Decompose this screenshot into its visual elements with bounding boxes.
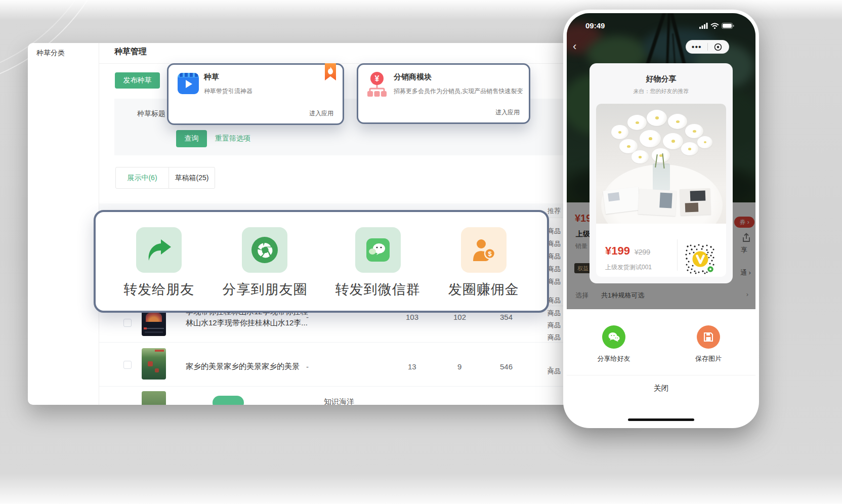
post-earn-commission[interactable]: $ 发圈赚佣金 xyxy=(448,227,519,299)
battery-icon xyxy=(722,23,734,29)
phone-screen: ¥199 上级发货测试001 销量 权益 选择 共1种规格可选 › 券 › 享 … xyxy=(567,13,755,425)
publish-button[interactable]: 发布种草 xyxy=(115,72,160,89)
product-col-item: 商品 xyxy=(548,239,561,248)
row-thumbnail xyxy=(142,310,166,336)
product-col-item: 商品 xyxy=(548,309,561,318)
divider xyxy=(677,239,678,271)
app-card-title: 分销商模块 xyxy=(394,72,432,82)
row-likes: 102 xyxy=(453,313,466,321)
video-app-icon xyxy=(178,73,199,94)
row-likes: 9 xyxy=(457,362,461,371)
share-friend-label: 分享给好友 xyxy=(583,354,644,363)
product-photo xyxy=(596,104,726,224)
share-label: 转发给朋友 xyxy=(123,280,194,299)
row-divider xyxy=(99,342,633,343)
row-views: 103 xyxy=(406,313,418,321)
row-category: - xyxy=(306,362,309,371)
home-indicator[interactable] xyxy=(628,418,694,421)
modal-title: 好物分享 xyxy=(590,74,733,84)
wechat-icon xyxy=(602,325,625,349)
save-image-label: 保存图片 xyxy=(678,354,739,363)
share-to-moments[interactable]: 分享到朋友圈 xyxy=(222,227,307,299)
row-thumbnail xyxy=(142,348,166,380)
wechat-icon xyxy=(355,227,401,273)
enter-app-link[interactable]: 进入应用 xyxy=(309,109,333,118)
row-title[interactable]: 家乡的美景家乡的美景家乡的美景 xyxy=(186,362,300,371)
share-label: 分享到朋友圈 xyxy=(222,280,307,299)
row-shares: 546 xyxy=(500,362,513,371)
back-chevron-icon[interactable]: ‹ xyxy=(573,40,576,53)
row-title[interactable]: 林山水12李现带你挂桂林山水12李... xyxy=(186,318,308,328)
share-label: 发圈赚佣金 xyxy=(448,280,519,299)
tab-drafts[interactable]: 草稿箱(25) xyxy=(169,167,215,189)
more-options-button[interactable]: ••• xyxy=(686,42,707,52)
product-col-item: 商品 xyxy=(548,277,561,286)
svg-text:¥: ¥ xyxy=(375,74,380,83)
query-button[interactable]: 查询 xyxy=(176,130,207,147)
row-checkbox[interactable] xyxy=(123,319,132,327)
modal-subtitle: 来自：您的好友的推荐 xyxy=(590,88,733,95)
hot-flame-icon xyxy=(325,63,336,80)
miniprogram-capsule: ••• xyxy=(686,40,729,54)
app-card-subtitle: 种草带货引流神器 xyxy=(204,87,252,96)
product-col-item: 商品 xyxy=(548,252,561,261)
share-to-wechat-group[interactable]: 转发到微信群 xyxy=(335,227,420,299)
share-action-sheet: 分享给好友 保存图片 关闭 xyxy=(567,309,755,425)
product-share-card: ¥199 ¥299 上级发货测试001 xyxy=(596,104,726,277)
share-to-friend-button[interactable]: 分享给好友 xyxy=(583,325,644,363)
wifi-icon xyxy=(710,23,719,29)
close-button[interactable]: 关闭 xyxy=(567,384,755,393)
product-col-item: 商品 xyxy=(548,296,561,305)
status-badge xyxy=(213,396,244,405)
reset-filter-link[interactable]: 重置筛选项 xyxy=(215,134,250,143)
row-title[interactable]: 知识海洋 xyxy=(324,397,354,405)
svg-text:$: $ xyxy=(488,250,492,258)
status-icons xyxy=(699,23,734,29)
row-checkbox[interactable] xyxy=(123,361,132,369)
share-methods-card: 转发给朋友 分享到朋友圈 xyxy=(94,210,549,313)
product-col-item: 商品 xyxy=(548,227,561,236)
share-preview-modal: 好物分享 来自：您的好友的推荐 xyxy=(590,63,733,283)
save-floppy-icon xyxy=(697,325,720,349)
cellular-icon xyxy=(699,23,708,29)
page-title: 种草管理 xyxy=(114,47,147,57)
share-price: ¥199 xyxy=(605,244,630,258)
row-extra: - xyxy=(549,362,552,371)
row-shares: 354 xyxy=(500,313,513,321)
row-divider xyxy=(99,386,633,387)
app-card-distributor[interactable]: ¥ 分销商模块 招募更多会员作为分销员,实现产品销售快速裂变 进入应用 xyxy=(357,63,530,124)
sidebar-title: 种草分类 xyxy=(36,49,65,58)
share-to-friend[interactable]: 转发给朋友 xyxy=(123,227,194,299)
status-time: 09:49 xyxy=(585,21,605,30)
save-image-button[interactable]: 保存图片 xyxy=(678,325,739,363)
miniprogram-qr-code xyxy=(685,243,716,275)
row-thumbnail xyxy=(142,391,166,405)
app-card-zhongcao[interactable]: 种草 种草带货引流神器 进入应用 xyxy=(167,63,344,125)
person-coin-icon: $ xyxy=(461,227,507,273)
share-product-name: 上级发货测试001 xyxy=(605,263,652,272)
share-label: 转发到微信群 xyxy=(335,280,420,299)
product-col-item: 商品 xyxy=(548,321,561,330)
exit-circle-button[interactable] xyxy=(708,43,729,52)
app-card-subtitle: 招募更多会员作为分销员,实现产品销售快速裂变 xyxy=(394,87,523,96)
share-original-price: ¥299 xyxy=(635,248,650,256)
forward-arrow-icon xyxy=(136,227,182,273)
row-views: 13 xyxy=(408,362,416,371)
app-card-title: 种草 xyxy=(204,72,219,82)
divider xyxy=(567,375,755,375)
product-col-item: 商品 xyxy=(548,265,561,274)
filter-field-label: 种草标题 xyxy=(137,109,165,118)
product-col-item: 商品 xyxy=(548,333,561,342)
table-header-recommend: 推荐 xyxy=(548,206,561,216)
enter-app-link[interactable]: 进入应用 xyxy=(495,108,520,117)
row-category: - xyxy=(306,313,309,321)
moments-icon xyxy=(242,227,287,273)
phone-mockup: ¥199 上级发货测试001 销量 权益 选择 共1种规格可选 › 券 › 享 … xyxy=(563,10,759,428)
distributor-app-icon: ¥ xyxy=(366,71,388,98)
tab-showing[interactable]: 展示中(6) xyxy=(115,167,169,189)
